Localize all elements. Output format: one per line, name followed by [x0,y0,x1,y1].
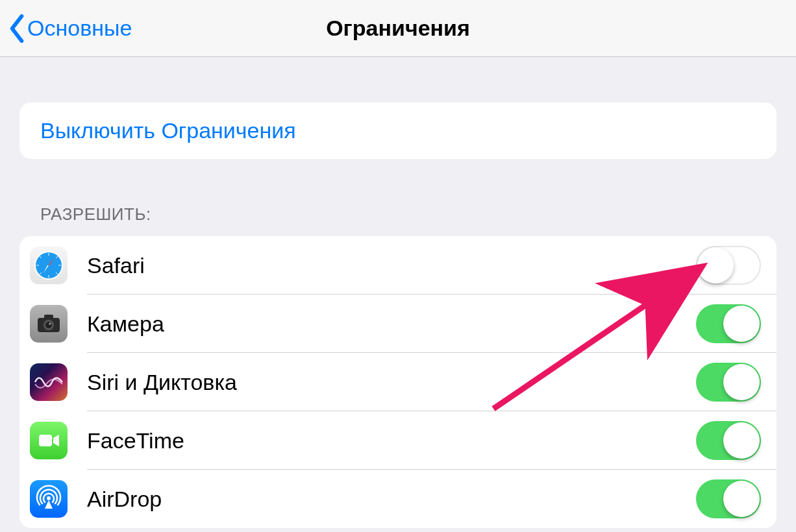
safari-icon [30,247,68,284]
row-safari: Safari [19,236,777,295]
row-siri: Siri и Диктовка [19,353,777,411]
svg-rect-13 [44,315,53,320]
row-facetime-label: FaceTime [87,428,696,453]
section-allow-header: РАЗРЕШИТЬ: [40,204,777,224]
svg-point-16 [49,322,51,324]
back-button[interactable]: Основные [0,14,132,43]
disable-restrictions-button[interactable]: Выключить Ограничения [19,103,777,159]
row-camera: Камера [19,295,777,353]
group-disable: Выключить Ограничения [19,103,777,159]
camera-icon [30,305,68,343]
navbar: Основные Ограничения [0,0,796,57]
row-siri-label: Siri и Диктовка [87,370,696,395]
row-camera-label: Камера [87,311,696,337]
airdrop-icon [30,480,68,518]
toggle-airdrop[interactable] [696,479,761,518]
content: Выключить Ограничения РАЗРЕШИТЬ: [0,103,796,528]
siri-icon [30,363,68,401]
chevron-left-icon [8,14,26,43]
toggle-safari[interactable] [696,246,761,285]
toggle-facetime[interactable] [696,421,761,460]
svg-point-18 [47,496,51,500]
group-allow: Safari Камера [19,236,777,528]
row-safari-label: Safari [87,253,696,278]
toggle-camera[interactable] [696,304,761,343]
row-airdrop: AirDrop [19,470,777,528]
row-facetime: FaceTime [19,411,777,470]
back-label: Основные [27,16,132,41]
svg-point-15 [45,322,52,328]
toggle-siri[interactable] [696,363,761,402]
svg-rect-17 [39,435,52,446]
row-airdrop-label: AirDrop [87,487,696,512]
facetime-icon [30,422,68,459]
